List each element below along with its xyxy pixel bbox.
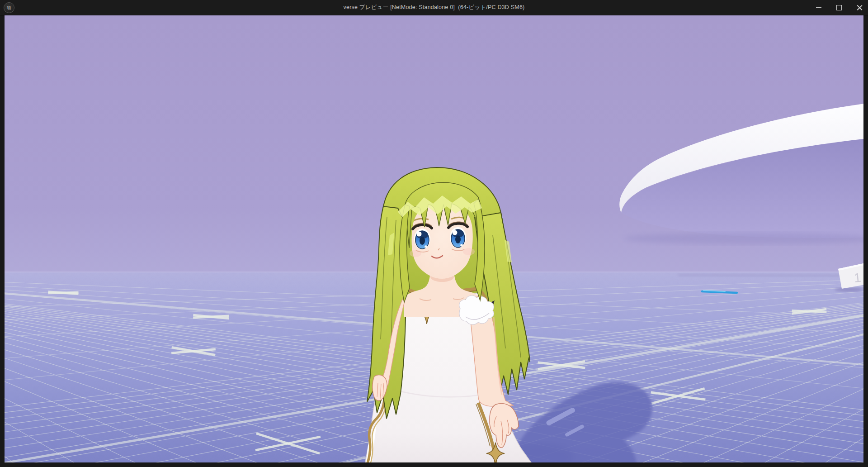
viewport-border-left bbox=[0, 15, 5, 467]
close-icon bbox=[857, 5, 863, 10]
viewport-border-right bbox=[863, 15, 868, 467]
minimize-button[interactable] bbox=[815, 4, 823, 12]
app-window: u verse プレビュー [NetMode: Standalone 0] (6… bbox=[0, 0, 868, 467]
viewport-border-bottom bbox=[0, 462, 868, 467]
window-title: verse プレビュー [NetMode: Standalone 0] (64-… bbox=[0, 4, 868, 11]
cube-label: 1 bbox=[853, 271, 862, 285]
minimize-icon bbox=[816, 7, 821, 8]
game-viewport[interactable]: 1 bbox=[5, 15, 863, 462]
window-controls bbox=[815, 0, 863, 15]
close-button[interactable] bbox=[855, 4, 863, 12]
title-bar[interactable]: u verse プレビュー [NetMode: Standalone 0] (6… bbox=[0, 0, 868, 15]
maximize-button[interactable] bbox=[835, 4, 843, 12]
maximize-icon bbox=[836, 5, 842, 10]
